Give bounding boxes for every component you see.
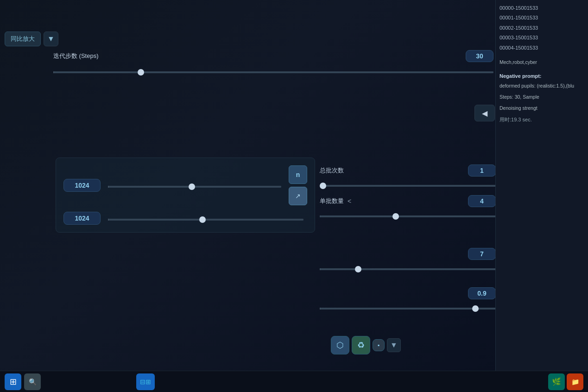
gen-dropdown-button[interactable]: ▼: [387, 338, 401, 352]
denoising-info: Denoising strengt: [499, 105, 584, 112]
swap-button[interactable]: n: [289, 165, 307, 184]
cube-button[interactable]: ⬡: [331, 336, 349, 354]
batch-size-label: 单批数量: [320, 197, 344, 205]
left-arrow-icon[interactable]: <: [348, 197, 351, 205]
taskbar-orange-icon[interactable]: 📁: [567, 373, 583, 390]
right-panel: 00000-15001533 00001-15001533 00002-1500…: [495, 0, 588, 380]
cfg-value: 7: [468, 248, 496, 260]
square-button[interactable]: ▪: [373, 339, 385, 351]
time-text: 用时:19.3 sec.: [499, 116, 584, 123]
chevron-down-icon: ▼: [47, 35, 55, 43]
height-slider[interactable]: [108, 219, 303, 221]
main-area: 同比放大 ▼ 迭代步数 (Steps) 30 ◀ 1024: [0, 0, 505, 380]
steps-slider[interactable]: [53, 71, 493, 73]
aspect-button[interactable]: ↗: [289, 187, 307, 205]
cfg-slider[interactable]: [320, 268, 496, 270]
search-taskbar-icon[interactable]: 🔍: [24, 373, 41, 390]
recycle-icon: ♻: [357, 340, 365, 350]
play-icon: ◀: [482, 109, 487, 118]
file-item-3[interactable]: 00003-15001533: [499, 34, 584, 41]
orange-symbol: 📁: [571, 378, 579, 386]
gen-chevron-down-icon: ▼: [390, 341, 398, 349]
width-value: 1024: [63, 179, 101, 192]
steps-info: Steps: 30, Sample: [499, 94, 584, 101]
file-item-4[interactable]: 00004-15001533: [499, 44, 584, 51]
prompt-text: Mech,robot,cyber: [499, 59, 584, 66]
steps-value: 30: [466, 50, 493, 62]
height-value: 1024: [63, 212, 101, 225]
app1-icon: ⊟⊞: [140, 378, 151, 386]
denoising-slider[interactable]: [320, 308, 496, 310]
win-symbol: ⊞: [10, 377, 17, 387]
recycle-button[interactable]: ♻: [352, 336, 370, 354]
play-button[interactable]: ◀: [474, 105, 495, 121]
taskbar: ⊞ 🔍 ⊟⊞ 🌿 📁: [0, 371, 588, 392]
windows-icon[interactable]: ⊞: [5, 373, 21, 390]
batch-size-slider[interactable]: [320, 215, 496, 217]
file-item-2[interactable]: 00002-15001533: [499, 25, 584, 32]
batch-size-value: 4: [468, 195, 496, 207]
negative-text: deformed pupils: (realistic:1.5),(blu: [499, 82, 584, 90]
dropdown-button[interactable]: ▼: [44, 32, 58, 46]
file-item-0[interactable]: 00000-15001533: [499, 5, 584, 12]
total-batch-label: 总批次数: [320, 166, 344, 175]
teal-symbol: 🌿: [552, 377, 561, 386]
aspect-icon: ↗: [295, 192, 301, 200]
file-item-1[interactable]: 00001-15001533: [499, 14, 584, 21]
cube-icon: ⬡: [336, 340, 344, 350]
zoom-button[interactable]: 同比放大: [5, 32, 41, 46]
square-icon: ▪: [378, 342, 379, 348]
swap-icon: n: [296, 171, 300, 178]
search-symbol: 🔍: [29, 378, 37, 386]
width-slider[interactable]: [108, 186, 281, 188]
taskbar-app1[interactable]: ⊟⊞: [136, 373, 155, 390]
taskbar-teal-icon[interactable]: 🌿: [548, 373, 565, 390]
total-batch-slider[interactable]: [320, 185, 496, 187]
negative-label: Negative prompt:: [499, 73, 584, 80]
steps-label: 迭代步数 (Steps): [53, 52, 99, 60]
total-batch-value: 1: [468, 164, 496, 177]
denoising-value: 0.9: [468, 287, 496, 299]
dimensions-panel: 1024 n ↗ 1024: [56, 158, 315, 233]
